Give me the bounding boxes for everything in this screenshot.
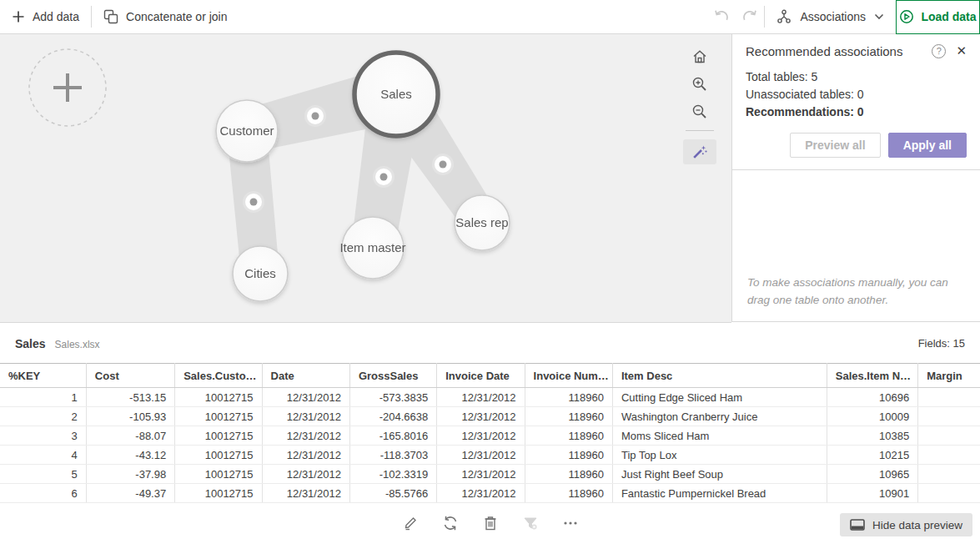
add-data-label: Add data <box>33 10 79 23</box>
zoom-in-button[interactable] <box>683 70 716 98</box>
play-circle-icon <box>899 9 914 24</box>
hide-data-preview-button[interactable]: Hide data preview <box>840 513 972 536</box>
table-cell: 12/31/2012 <box>437 407 525 426</box>
table-cell: 118960 <box>525 484 612 503</box>
table-bubble-label: Sales <box>380 87 412 101</box>
concatenate-icon <box>103 9 118 24</box>
add-data-button[interactable]: Add data <box>0 0 91 33</box>
trash-icon <box>482 515 499 531</box>
redo-icon <box>741 8 758 25</box>
column-header[interactable]: Item Desc <box>612 364 827 388</box>
table-cell: Just Right Beef Soup <box>612 465 827 484</box>
associations-icon <box>776 9 792 24</box>
edit-table-button[interactable] <box>401 514 420 532</box>
table-cell: 10012715 <box>175 407 262 426</box>
associations-dropdown[interactable]: Associations <box>765 0 896 33</box>
load-data-button[interactable]: Load data <box>896 0 980 34</box>
table-cell: -118.3703 <box>349 446 436 465</box>
redo-button[interactable] <box>736 0 764 33</box>
table-row: 4-43.121001271512/31/2012-118.370312/31/… <box>0 446 980 465</box>
table-cell: 5 <box>0 465 86 484</box>
link-handle <box>432 154 454 175</box>
table-cell: 1 <box>0 388 86 407</box>
column-header[interactable]: Sales.Item N… <box>827 364 917 388</box>
table-cell: -43.12 <box>86 446 174 465</box>
data-manager-app: Add data Concatenate or join <box>0 0 980 544</box>
manual-association-hint: To make associations manually, you can d… <box>732 275 980 321</box>
table-header-row: %KEYCostSales.Custo…DateGrossSalesInvoic… <box>0 364 980 388</box>
table-cell: -165.8016 <box>349 426 436 446</box>
recommendations-wand-button[interactable] <box>683 139 716 164</box>
table-cell: 10012715 <box>175 446 262 465</box>
home-button[interactable] <box>683 43 716 70</box>
table-cell: 12/31/2012 <box>437 465 525 484</box>
table-cell: 2 <box>0 407 86 426</box>
table-cell: 10215 <box>827 446 917 465</box>
table-cell: -85.5766 <box>349 484 436 503</box>
column-header[interactable]: Sales.Custo… <box>175 364 262 388</box>
table-bubble-sales-rep[interactable]: Sales rep <box>455 195 510 250</box>
table-cell: 12/31/2012 <box>262 426 349 446</box>
table-cell: -573.3835 <box>349 388 436 407</box>
link-handle <box>373 166 395 188</box>
association-canvas[interactable]: Customer Cities Item master Sales rep <box>0 34 731 323</box>
table-bubble-sales[interactable]: Sales <box>354 53 438 136</box>
table-bubble-scene: Customer Cities Item master Sales rep <box>0 34 731 323</box>
recommendations-stat: Recommendations: 0 <box>746 103 967 121</box>
zoom-out-icon <box>691 103 708 120</box>
table-cell: 10012715 <box>175 465 262 484</box>
table-row: 6-49.371001271512/31/2012-85.576612/31/2… <box>0 484 980 503</box>
table-cell: -102.3319 <box>349 465 436 484</box>
table-cell: 12/31/2012 <box>437 388 525 407</box>
preview-all-button[interactable]: Preview all <box>790 133 880 158</box>
table-cell <box>918 446 980 465</box>
more-options-button[interactable] <box>561 514 580 532</box>
help-icon[interactable]: ? <box>932 44 946 58</box>
table-cell: 118960 <box>525 446 612 465</box>
concatenate-or-join-button[interactable]: Concatenate or join <box>92 0 239 33</box>
link-handle <box>243 191 264 213</box>
delete-table-button[interactable] <box>481 514 500 532</box>
table-cell: 118960 <box>525 388 612 407</box>
magic-wand-icon <box>691 144 708 160</box>
add-table-placeholder[interactable] <box>29 49 106 126</box>
column-header[interactable]: Invoice Num… <box>525 364 612 388</box>
table-bubble-cities[interactable]: Cities <box>233 246 288 301</box>
undo-button[interactable] <box>707 0 736 33</box>
toolbar-right-group: Associations Load data <box>707 0 980 34</box>
table-bubble-customer[interactable]: Customer <box>216 100 278 162</box>
column-header[interactable]: Date <box>262 364 349 388</box>
column-header[interactable]: %KEY <box>0 364 86 388</box>
column-header[interactable]: GrossSales <box>349 364 436 388</box>
table-row: 1-513.151001271512/31/2012-573.383512/31… <box>0 388 980 407</box>
close-icon[interactable]: ✕ <box>956 43 967 58</box>
table-cell: 10012715 <box>175 484 262 503</box>
panel-collapse-icon <box>850 519 865 531</box>
zoom-out-button[interactable] <box>683 98 716 125</box>
table-bubble-label: Item master <box>339 240 405 254</box>
column-header[interactable]: Cost <box>86 364 174 388</box>
table-cell: -88.07 <box>86 426 174 446</box>
column-header[interactable]: Invoice Date <box>437 364 525 388</box>
column-header[interactable]: Margin <box>918 364 980 388</box>
apply-all-button[interactable]: Apply all <box>888 133 967 158</box>
table-cell <box>918 465 980 484</box>
ellipsis-icon <box>562 515 579 531</box>
table-cell: 118960 <box>525 426 612 446</box>
table-cell: -204.6638 <box>349 407 436 426</box>
pencil-icon <box>402 515 419 531</box>
chevron-down-icon <box>874 13 884 20</box>
main-area: Customer Cities Item master Sales rep <box>0 34 980 324</box>
table-cell: -37.98 <box>86 465 174 484</box>
associations-label: Associations <box>800 10 866 23</box>
hide-data-preview-label: Hide data preview <box>872 519 962 531</box>
clear-filters-button[interactable] <box>521 514 540 532</box>
table-cell: Fantastic Pumpernickel Bread <box>612 484 827 503</box>
table-bubble-label: Sales rep <box>455 215 508 229</box>
reload-table-button[interactable] <box>441 514 460 532</box>
panel-body: To make associations manually, you can d… <box>732 170 980 321</box>
concatenate-label: Concatenate or join <box>126 10 227 23</box>
preview-footer-toolbar <box>0 502 980 544</box>
table-cell <box>918 407 980 426</box>
link-handle <box>304 105 326 127</box>
